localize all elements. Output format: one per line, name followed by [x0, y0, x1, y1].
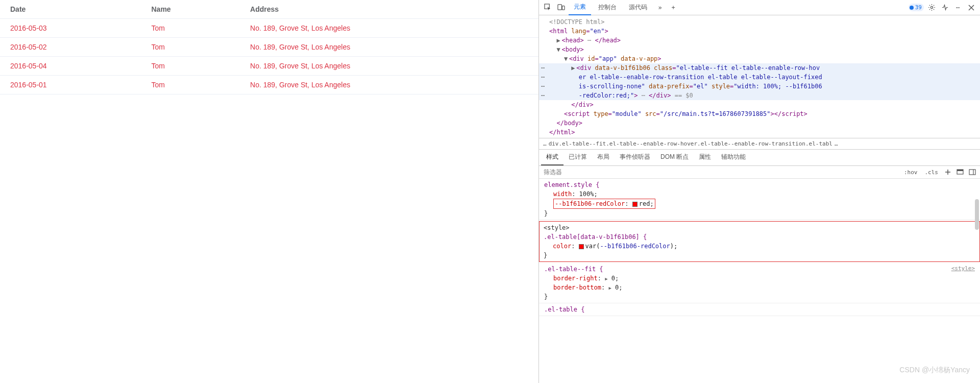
tab-elements[interactable]: 元素 [569, 0, 591, 15]
color-swatch-icon[interactable] [632, 202, 638, 207]
data-table: Date Name Address 2016-05-03TomNo. 189, … [0, 0, 538, 94]
device-icon[interactable] [555, 2, 567, 13]
hov-button[interactable]: :hov [902, 168, 920, 177]
rule-element-style[interactable]: element.style { width: 100%; --b1f61b06-… [539, 179, 980, 220]
cell-date: 2016-05-01 [0, 76, 141, 94]
table-row[interactable]: 2016-05-01TomNo. 189, Grove St, Los Ange… [0, 76, 538, 94]
dom-tree[interactable]: <!DOCTYPE html> <html lang="en"> ▶<head>… [539, 15, 980, 138]
tab-computed[interactable]: 已计算 [564, 150, 592, 165]
tab-props[interactable]: 属性 [694, 150, 716, 165]
col-date: Date [0, 0, 141, 19]
devtools-tabs: 元素 控制台 源代码 » + 39 ⋯ [539, 0, 980, 15]
svg-rect-2 [562, 6, 565, 10]
tab-a11y[interactable]: 辅助功能 [716, 150, 751, 165]
color-swatch-icon[interactable] [579, 244, 584, 249]
table-row[interactable]: 2016-05-04TomNo. 189, Grove St, Los Ange… [0, 57, 538, 76]
inspect-icon[interactable] [542, 2, 553, 13]
tab-styles[interactable]: 样式 [541, 150, 564, 165]
plus-icon[interactable]: + [668, 2, 679, 13]
svg-point-3 [930, 6, 933, 8]
rule-el-table-fit[interactable]: <style> .el-table--fit { border-right: ▶… [539, 263, 980, 303]
rule-el-table-scoped[interactable]: <style> .el-table[data-v-b1f61b06] { col… [539, 221, 980, 262]
more-tabs-icon[interactable]: » [654, 2, 666, 13]
svg-rect-5 [957, 170, 963, 171]
tab-layout[interactable]: 布局 [592, 150, 615, 165]
cell-address: No. 189, Grove St, Los Angeles [240, 76, 538, 94]
kebab-icon[interactable]: ⋯ [952, 2, 964, 13]
scrollbar[interactable] [975, 199, 979, 230]
gear-icon[interactable] [926, 2, 937, 13]
svg-rect-1 [557, 5, 561, 10]
computed-panel-icon[interactable] [955, 167, 965, 177]
filter-bar: :hov .cls [539, 166, 980, 179]
watermark: CSDN @小绵杨Yancy [899, 366, 970, 375]
cell-name: Tom [141, 57, 240, 76]
cls-button[interactable]: .cls [923, 168, 941, 177]
activity-icon[interactable] [939, 2, 950, 13]
cell-date: 2016-05-03 [0, 19, 141, 38]
tab-listeners[interactable]: 事件侦听器 [615, 150, 655, 165]
cell-address: No. 189, Grove St, Los Angeles [240, 38, 538, 57]
filter-input[interactable] [542, 167, 899, 177]
tab-sources[interactable]: 源代码 [624, 0, 652, 15]
col-name: Name [141, 0, 240, 19]
cell-name: Tom [141, 76, 240, 94]
cell-date: 2016-05-04 [0, 57, 141, 76]
cell-name: Tom [141, 38, 240, 57]
svg-rect-6 [969, 170, 975, 175]
page-content: Date Name Address 2016-05-03TomNo. 189, … [0, 0, 538, 383]
col-address: Address [240, 0, 538, 19]
new-rule-icon[interactable] [943, 167, 952, 177]
table-row[interactable]: 2016-05-03TomNo. 189, Grove St, Los Ange… [0, 19, 538, 38]
issues-badge[interactable]: 39 [909, 4, 924, 11]
devtools-panel: 元素 控制台 源代码 » + 39 ⋯ <!DOCTYPE html> <htm… [538, 0, 980, 383]
cell-date: 2016-05-02 [0, 38, 141, 57]
sidebar-toggle-icon[interactable] [968, 167, 977, 177]
table-row[interactable]: 2016-05-02TomNo. 189, Grove St, Los Ange… [0, 38, 538, 57]
styles-panel[interactable]: element.style { width: 100%; --b1f61b06-… [539, 179, 980, 316]
tab-dom-break[interactable]: DOM 断点 [655, 150, 694, 165]
rule-el-table[interactable]: .el-table { [539, 303, 980, 316]
tab-console[interactable]: 控制台 [593, 0, 622, 15]
styles-tabs: 样式 已计算 布局 事件侦听器 DOM 断点 属性 辅助功能 [539, 150, 980, 166]
close-icon[interactable] [966, 2, 977, 13]
breadcrumb[interactable]: … div.el-table--fit.el-table--enable-row… [539, 138, 980, 150]
cell-address: No. 189, Grove St, Los Angeles [240, 57, 538, 76]
cell-address: No. 189, Grove St, Los Angeles [240, 19, 538, 38]
cell-name: Tom [141, 19, 240, 38]
